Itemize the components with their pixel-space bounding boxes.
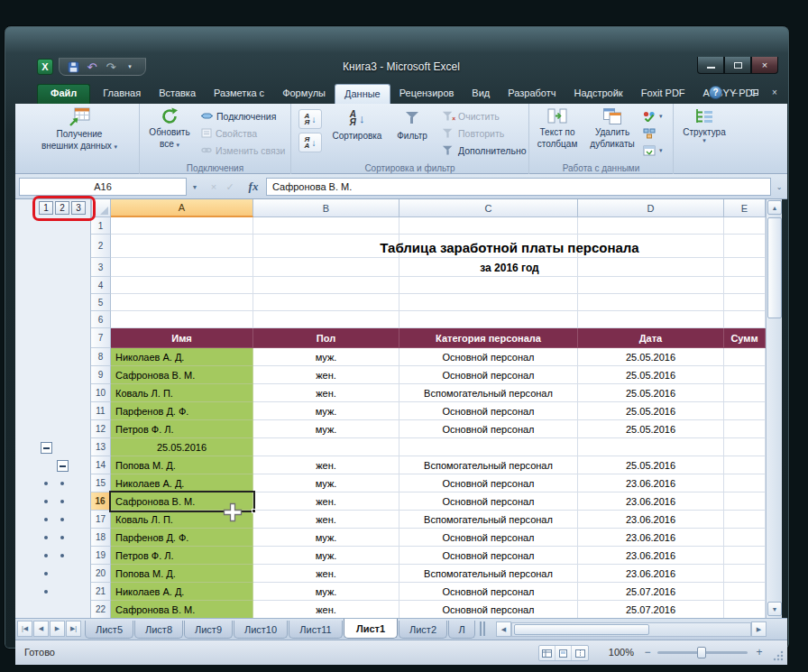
cell-C19[interactable]: Основной персонал (399, 547, 578, 565)
cell-D17[interactable]: 23.06.2016 (578, 511, 724, 529)
cell-D6[interactable] (578, 311, 724, 328)
cell-B20[interactable]: жен. (253, 565, 399, 583)
cell-D21[interactable]: 25.07.2016 (578, 583, 724, 601)
cell-D7[interactable]: Дата (578, 328, 724, 348)
vertical-scrollbar[interactable]: ▲ ▼ (766, 199, 782, 618)
cell-D1[interactable] (578, 217, 724, 235)
ribbon-tab-Foxit PDF[interactable]: Foxit PDF (632, 84, 694, 104)
cell-E1[interactable] (724, 217, 766, 235)
cell-B15[interactable]: муж. (253, 474, 399, 492)
cell-E8[interactable] (724, 348, 766, 366)
row-header-1[interactable]: 1 (91, 217, 111, 235)
sheet-tab-Лист10[interactable]: Лист10 (234, 621, 288, 639)
cell-E4[interactable] (724, 277, 766, 294)
cell-A8[interactable]: Николаев А. Д. (111, 348, 253, 366)
cell-D3[interactable] (578, 258, 724, 277)
cell-D2[interactable] (578, 235, 724, 258)
cell-D11[interactable]: 25.05.2016 (578, 402, 724, 420)
next-sheet-button[interactable]: ▶ (50, 621, 65, 637)
cell-B8[interactable]: муж. (253, 348, 399, 366)
ribbon-tab-Формулы[interactable]: Формулы (273, 84, 335, 104)
outline-collapse-button-row13[interactable] (41, 442, 52, 454)
cell-C21[interactable]: Основной персонал (399, 583, 578, 601)
name-box-dropdown[interactable]: ▼ (188, 178, 201, 196)
cell-B1[interactable] (253, 217, 399, 235)
data-validation-button[interactable]: ▾ (643, 108, 663, 124)
cell-E13[interactable] (724, 438, 766, 456)
edit-links-button[interactable]: Изменить связи (201, 143, 285, 158)
cell-E17[interactable] (724, 511, 766, 529)
cell-E2[interactable] (724, 235, 766, 258)
sheet-tab-Лист8[interactable]: Лист8 (134, 621, 183, 639)
advanced-filter-button[interactable]: Дополнительно (441, 143, 527, 158)
cell-B6[interactable] (253, 311, 399, 328)
cell-A6[interactable] (111, 311, 253, 328)
row-header-21[interactable]: 21 (91, 583, 111, 601)
cell-B17[interactable]: жен. (253, 511, 399, 529)
cell-A7[interactable]: Имя (111, 328, 253, 348)
ribbon-tab-Главная[interactable]: Главная (94, 84, 150, 104)
sheet-tab-Л[interactable]: Л (448, 621, 475, 639)
row-header-16[interactable]: 16 (91, 492, 111, 511)
active-cell-selection[interactable] (109, 491, 255, 512)
cell-B16[interactable]: жен. (253, 492, 399, 511)
name-box[interactable]: A16 (19, 178, 187, 196)
cell-C8[interactable]: Основной персонал (399, 348, 578, 366)
zoom-slider[interactable] (657, 651, 748, 654)
cell-E18[interactable] (724, 529, 766, 547)
scroll-down-button[interactable]: ▼ (767, 602, 782, 616)
fill-handle[interactable] (252, 509, 256, 513)
text-to-columns-button[interactable]: Текст по столбцам (531, 107, 583, 149)
cell-A14[interactable]: Попова М. Д. (111, 456, 253, 474)
cell-D5[interactable] (578, 294, 724, 311)
cell-E16[interactable] (724, 492, 766, 511)
insert-function-button[interactable]: fx (243, 178, 264, 196)
cell-A4[interactable] (111, 277, 253, 294)
cell-E14[interactable] (724, 456, 766, 474)
cell-A1[interactable] (111, 217, 253, 235)
cell-E11[interactable] (724, 402, 766, 420)
cell-D13[interactable] (578, 438, 724, 456)
outline-structure-button[interactable]: Структура ▾ (675, 107, 733, 144)
cell-B10[interactable]: жен. (253, 384, 399, 402)
cell-E3[interactable] (724, 258, 766, 277)
cell-C3[interactable] (399, 258, 578, 277)
cell-B9[interactable]: жен. (253, 366, 399, 384)
horizontal-scrollbar-track[interactable] (511, 622, 751, 637)
cell-C17[interactable]: Вспомогательный персонал (399, 511, 578, 529)
ribbon-tab-Разметка с[interactable]: Разметка с (205, 84, 273, 104)
cell-A9[interactable]: Сафронова В. М. (111, 366, 253, 384)
cell-C12[interactable]: Основной персонал (399, 420, 578, 438)
column-header-D[interactable]: D (578, 199, 724, 217)
cell-A21[interactable]: Николаев А. Д. (111, 583, 253, 601)
row-header-12[interactable]: 12 (91, 420, 111, 438)
ribbon-tab-Разработч[interactable]: Разработч (499, 84, 565, 104)
row-header-9[interactable]: 9 (91, 366, 111, 384)
cell-C2[interactable] (399, 235, 578, 258)
row-header-18[interactable]: 18 (91, 529, 111, 547)
sheet-tab-Лист2[interactable]: Лист2 (399, 621, 447, 639)
cell-B21[interactable]: муж. (253, 583, 399, 601)
confirm-entry-button[interactable]: ✓ (223, 178, 237, 196)
cell-C10[interactable]: Вспомогательный персонал (399, 384, 578, 402)
row-header-17[interactable]: 17 (91, 511, 111, 529)
zoom-level[interactable]: 100% (598, 647, 634, 658)
cell-D9[interactable]: 25.05.2016 (578, 366, 724, 384)
sort-button[interactable]: АЯ ↓ Сортировка (327, 107, 387, 141)
ribbon-tab-Рецензиров[interactable]: Рецензиров (390, 84, 464, 104)
row-header-14[interactable]: 14 (91, 456, 111, 474)
cell-A17[interactable]: Коваль Л. П. (111, 511, 253, 529)
cell-B22[interactable]: жен. (253, 601, 399, 618)
row-header-6[interactable]: 6 (91, 311, 111, 328)
refresh-all-button[interactable]: Обновить все ▾ (143, 107, 196, 150)
cell-A22[interactable]: Сафронова В. М. (111, 601, 253, 618)
what-if-analysis-button[interactable]: ▾ (643, 143, 663, 158)
cell-B14[interactable]: жен. (253, 456, 399, 474)
zoom-out-button[interactable]: − (641, 646, 654, 658)
row-header-10[interactable]: 10 (91, 384, 111, 402)
cell-D14[interactable]: 25.05.2016 (578, 456, 724, 474)
tab-splitter[interactable] (480, 621, 485, 636)
resize-grip[interactable] (772, 649, 784, 661)
sheet-tab-Лист9[interactable]: Лист9 (184, 621, 233, 639)
properties-button[interactable]: Свойства (201, 125, 257, 141)
